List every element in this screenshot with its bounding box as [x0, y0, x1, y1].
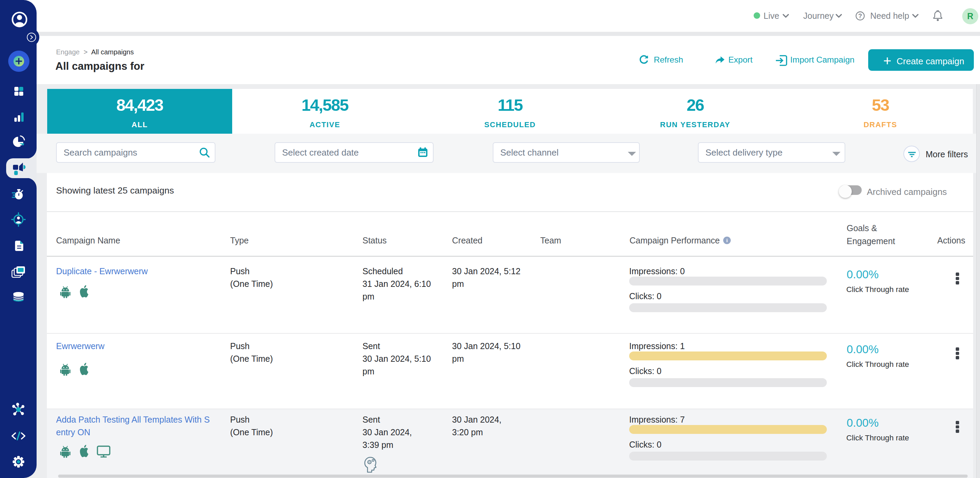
svg-text:?: ? [858, 13, 862, 19]
